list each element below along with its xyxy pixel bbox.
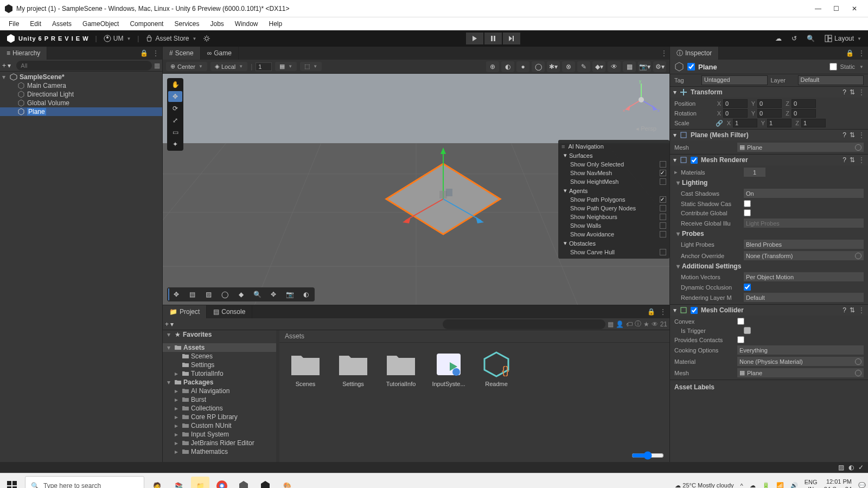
menu-window[interactable]: Window bbox=[231, 19, 263, 29]
favorites-row[interactable]: ▾★Favorites bbox=[163, 330, 276, 339]
overlay-show-navmesh[interactable]: Show NavMesh bbox=[561, 169, 666, 177]
preset-icon[interactable]: ⇅ bbox=[850, 131, 855, 139]
menu-services[interactable]: Services bbox=[170, 19, 203, 29]
bstrip-8[interactable]: 📷 bbox=[282, 288, 297, 300]
cloud-icon[interactable]: ☁ bbox=[775, 35, 782, 42]
visibility-icon[interactable]: 👁 bbox=[608, 61, 621, 72]
object-name[interactable]: Plane bbox=[698, 63, 826, 71]
renderer-enabled[interactable] bbox=[691, 157, 698, 164]
overlay-show-walls[interactable]: Show Walls bbox=[561, 221, 666, 230]
bstrip-6[interactable]: 🔍 bbox=[250, 288, 265, 300]
component-menu[interactable]: ⋮ bbox=[858, 88, 865, 96]
panel-menu-icon[interactable]: ⋮ bbox=[660, 308, 666, 316]
asset-tutorialinfo[interactable]: TutorialInfo bbox=[384, 351, 418, 387]
pos-y[interactable] bbox=[757, 99, 782, 108]
bstrip-5[interactable]: ◆ bbox=[233, 288, 248, 300]
rotate-tool[interactable]: ⟳ bbox=[168, 103, 182, 114]
hierarchy-directional-light[interactable]: Directional Light bbox=[0, 90, 162, 99]
hand-tool[interactable]: ✋ bbox=[168, 79, 182, 90]
mesh-field[interactable]: ▦Plane bbox=[737, 143, 864, 152]
onedrive-icon[interactable]: ☁ bbox=[750, 482, 756, 488]
help-icon[interactable]: ? bbox=[843, 306, 846, 314]
menu-jobs[interactable]: Jobs bbox=[206, 19, 228, 29]
bstrip-4[interactable]: ◯ bbox=[217, 288, 232, 300]
folder-settings[interactable]: Settings bbox=[163, 361, 276, 369]
pos-x[interactable] bbox=[723, 99, 748, 108]
cast-shadows-dropdown[interactable]: On bbox=[744, 189, 864, 198]
perspective-label[interactable]: ◂ Persp bbox=[636, 125, 656, 132]
asset-labels-header[interactable]: Asset Labels bbox=[670, 380, 868, 394]
settings-icon[interactable] bbox=[203, 35, 210, 42]
pkg-nunit[interactable]: ▸Custom NUnit bbox=[163, 421, 276, 430]
preset-icon[interactable]: ⇅ bbox=[850, 306, 855, 314]
overlay-show-avoidance[interactable]: Show Avoidance bbox=[561, 230, 666, 239]
mesh-renderer-header[interactable]: ▾ Mesh Renderer ?⇅⋮ bbox=[670, 155, 868, 165]
static-checkbox[interactable] bbox=[829, 63, 837, 70]
search-icon[interactable]: 🔍 bbox=[807, 35, 815, 42]
provides-checkbox[interactable] bbox=[737, 336, 744, 343]
light-probes-dropdown[interactable]: Blend Probes bbox=[744, 240, 864, 249]
component-menu[interactable]: ⋮ bbox=[858, 156, 865, 164]
asset-settings[interactable]: Settings bbox=[336, 351, 371, 387]
weather-widget[interactable]: ☁ 25°C Mostly cloudy bbox=[675, 482, 733, 488]
menu-help[interactable]: Help bbox=[265, 19, 287, 29]
overlay-icon[interactable]: ▦ bbox=[623, 61, 636, 72]
dyn-occ-checkbox[interactable] bbox=[744, 284, 751, 291]
notifications-icon[interactable]: 💬 bbox=[858, 482, 866, 488]
anchor-field[interactable]: None (Transform) bbox=[744, 251, 864, 260]
chrome-icon[interactable] bbox=[213, 477, 231, 489]
search-by-label-icon[interactable]: 👤 bbox=[616, 320, 624, 328]
menu-assets[interactable]: Assets bbox=[48, 19, 76, 29]
account-dropdown[interactable]: UM ▼ bbox=[104, 35, 131, 42]
project-search[interactable] bbox=[443, 319, 605, 329]
overlay-show-path-polygons[interactable]: Show Path Polygons bbox=[561, 195, 666, 204]
phys-mat-field[interactable]: None (Physics Material) bbox=[737, 357, 864, 366]
mesh-filter-header[interactable]: ▾ Plane (Mesh Filter) ?⇅⋮ bbox=[670, 130, 868, 140]
save-search-icon[interactable]: 🏷 bbox=[626, 320, 633, 328]
inspector-tab[interactable]: ⓘInspector bbox=[670, 47, 719, 60]
bstrip-7[interactable]: ✥ bbox=[266, 288, 281, 300]
help-icon[interactable]: ? bbox=[843, 88, 846, 96]
overlay-show-carve-hull[interactable]: Show Carve Hull bbox=[561, 248, 666, 256]
thumbnail-size-slider[interactable] bbox=[631, 451, 664, 460]
status-icon-1[interactable]: ▨ bbox=[838, 464, 844, 471]
lang-1[interactable]: ENG bbox=[805, 479, 818, 485]
bstrip-1[interactable]: ✥ bbox=[168, 288, 183, 300]
scale-y[interactable] bbox=[767, 119, 792, 127]
console-tab[interactable]: ▤Console bbox=[207, 305, 252, 318]
scene-viewport[interactable]: y x z ◂ Persp ✋ ✥ ⟳ ⤢ ▭ ✦ bbox=[163, 74, 669, 305]
minimize-button[interactable]: — bbox=[815, 5, 822, 12]
status-icon-3[interactable]: ✓ bbox=[858, 464, 864, 471]
folder-tutorialinfo[interactable]: ▸TutorialInfo bbox=[163, 369, 276, 378]
tag-dropdown[interactable]: Untagged bbox=[701, 75, 768, 85]
lock-icon[interactable]: 🔒 bbox=[846, 49, 854, 57]
gizmos-dropdown[interactable]: ⚙▾ bbox=[653, 61, 666, 72]
pivot-dropdown[interactable]: ⊕Center▼ bbox=[166, 62, 207, 71]
pkg-rider[interactable]: ▸JetBrains Rider Editor bbox=[163, 439, 276, 447]
hierarchy-global-volume[interactable]: Global Volume bbox=[0, 99, 162, 107]
lock-icon[interactable]: 🔒 bbox=[647, 308, 655, 316]
pkg-input[interactable]: ▸Input System bbox=[163, 430, 276, 439]
clock-time[interactable]: 12:01 PM bbox=[824, 478, 852, 485]
hierarchy-plane[interactable]: Plane bbox=[0, 107, 162, 116]
scene-tab[interactable]: #Scene bbox=[163, 47, 201, 60]
overlay-show-only-selected[interactable]: Show Only Selected bbox=[561, 160, 666, 169]
unity-hub-icon[interactable] bbox=[234, 477, 253, 489]
overlay-show-heightmesh[interactable]: Show HeightMesh bbox=[561, 177, 666, 186]
undo-history-icon[interactable]: ↺ bbox=[792, 35, 797, 42]
pkg-burst[interactable]: ▸Burst bbox=[163, 395, 276, 404]
close-button[interactable]: ✕ bbox=[852, 5, 859, 12]
folder-scenes[interactable]: Scenes bbox=[163, 352, 276, 361]
orientation-gizmo[interactable]: y x z bbox=[620, 78, 663, 121]
pkg-collections[interactable]: ▸Collections bbox=[163, 404, 276, 413]
fx-icon[interactable]: ✱▾ bbox=[547, 61, 560, 72]
clock-date[interactable]: 24-Sep-24 bbox=[824, 486, 852, 489]
rect-tool[interactable]: ▭ bbox=[168, 127, 182, 138]
scene-panel-menu[interactable]: ⋮ bbox=[661, 49, 667, 57]
hierarchy-tab[interactable]: ≡Hierarchy bbox=[0, 47, 47, 60]
rot-y[interactable] bbox=[757, 109, 782, 118]
gizmo-toggle-icon[interactable]: ✎ bbox=[577, 61, 590, 72]
lighting-header[interactable]: Lighting bbox=[682, 179, 707, 187]
additional-header[interactable]: Additional Settings bbox=[682, 262, 741, 270]
scale-z[interactable] bbox=[801, 119, 826, 127]
